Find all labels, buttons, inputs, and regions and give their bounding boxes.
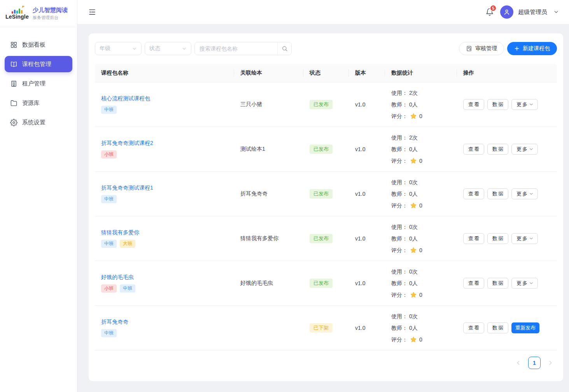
linked-book-cell: 猜猜我有多爱你 xyxy=(234,216,303,261)
lesingle-logo-icon: LeSingle xyxy=(5,7,29,20)
col-actions: 操作 xyxy=(457,64,557,82)
data-button[interactable]: 数据 xyxy=(487,144,508,155)
package-name-cell: 折耳兔奇奇测试课程2小班 xyxy=(95,127,234,171)
building-icon xyxy=(10,80,18,87)
status-select-placeholder: 状态 xyxy=(149,45,160,52)
teacher-stat: 教师：0人 xyxy=(391,233,418,244)
col-stats: 数据统计 xyxy=(385,64,457,82)
star-icon xyxy=(410,291,417,298)
stats-cell: 使用：0次教师：0人评分：0 xyxy=(385,172,457,216)
rating-stat: 评分：0 xyxy=(391,289,422,301)
view-button[interactable]: 查看 xyxy=(463,188,484,199)
more-button[interactable]: 更多 xyxy=(511,278,538,289)
brand-subtitle: 服务管理后台 xyxy=(33,15,68,21)
rating-stat: 评分：0 xyxy=(391,110,422,122)
usage-stat: 使用：2次 xyxy=(391,87,418,99)
grade-tag: 中班 xyxy=(101,240,117,248)
status-select[interactable]: 状态 xyxy=(145,42,191,55)
review-manage-button[interactable]: 审核管理 xyxy=(459,42,504,55)
folder-icon xyxy=(10,99,18,107)
version-cell: v1.0 xyxy=(349,306,385,350)
more-button[interactable]: 更多 xyxy=(511,233,538,244)
data-button[interactable]: 数据 xyxy=(487,188,508,199)
package-name-link[interactable]: 折耳兔奇奇测试课程2 xyxy=(101,140,153,147)
more-button[interactable]: 更多 xyxy=(511,99,538,110)
version-cell: v1.0 xyxy=(349,216,385,261)
user-icon xyxy=(503,9,510,16)
view-button[interactable]: 查看 xyxy=(463,322,484,333)
search-icon xyxy=(282,45,288,52)
table-row: 猜猜我有多爱你中班大班猜猜我有多爱你已发布v1.0使用：0次教师：0人评分：0查… xyxy=(95,216,557,261)
view-button[interactable]: 查看 xyxy=(463,278,484,289)
status-badge: 已发布 xyxy=(310,189,333,199)
teacher-stat: 教师：0人 xyxy=(391,143,418,155)
chevron-down-icon xyxy=(132,46,137,51)
view-button[interactable]: 查看 xyxy=(463,233,484,244)
package-name-link[interactable]: 猜猜我有多爱你 xyxy=(101,229,139,236)
data-button[interactable]: 数据 xyxy=(487,233,508,244)
package-name-cell: 折耳兔奇奇中班 xyxy=(95,306,234,350)
book-icon xyxy=(10,61,18,68)
package-name-link[interactable]: 核心流程测试课程包 xyxy=(101,95,150,102)
sidebar-item-4[interactable]: 系统设置 xyxy=(5,114,72,131)
topbar: 5 超级管理员 xyxy=(77,0,569,24)
sidebar-item-0[interactable]: 数据看板 xyxy=(5,37,72,53)
sidebar-item-label: 资源库 xyxy=(22,99,40,107)
more-button[interactable]: 更多 xyxy=(511,144,538,155)
data-button[interactable]: 数据 xyxy=(487,99,508,110)
data-button[interactable]: 数据 xyxy=(487,322,508,333)
notification-bell[interactable]: 5 xyxy=(485,8,494,16)
grade-tag: 小班 xyxy=(101,150,117,159)
view-button[interactable]: 查看 xyxy=(463,99,484,110)
sidebar-collapse-icon[interactable] xyxy=(88,8,96,16)
package-name-cell: 好饿的毛毛虫小班中班 xyxy=(95,261,234,305)
more-button[interactable]: 更多 xyxy=(511,188,538,199)
data-button[interactable]: 数据 xyxy=(487,278,508,289)
package-name-link[interactable]: 折耳兔奇奇 xyxy=(101,319,128,326)
package-name-link[interactable]: 折耳兔奇奇测试课程1 xyxy=(101,185,153,192)
actions-cell: 查看数据更多 xyxy=(457,172,557,216)
sidebar-item-1[interactable]: 课程包管理 xyxy=(5,56,72,72)
grade-tag: 中班 xyxy=(101,195,117,203)
create-package-button[interactable]: 新建课程包 xyxy=(507,42,557,55)
table-row: 折耳兔奇奇测试课程2小班测试绘本1已发布v1.0使用：2次教师：0人评分：0查看… xyxy=(95,127,557,172)
table-row: 折耳兔奇奇测试课程1中班折耳兔奇奇已发布v1.0使用：0次教师：0人评分：0查看… xyxy=(95,172,557,216)
table-body: 核心流程测试课程包中班三只小猪已发布v1.0使用：2次教师：0人评分：0查看数据… xyxy=(95,82,557,350)
sidebar-item-2[interactable]: 租户管理 xyxy=(5,75,72,92)
republish-button[interactable]: 重新发布 xyxy=(511,322,539,333)
teacher-stat: 教师：0人 xyxy=(391,188,418,200)
view-button[interactable]: 查看 xyxy=(463,144,484,155)
pagination-page-1[interactable]: 1 xyxy=(528,357,541,369)
status-cell: 已发布 xyxy=(303,216,349,261)
grade-tag: 中班 xyxy=(120,284,135,293)
avatar[interactable] xyxy=(500,5,513,19)
sidebar-item-3[interactable]: 资源库 xyxy=(5,95,72,111)
create-package-label: 新建课程包 xyxy=(523,45,550,52)
user-menu-chevron-down-icon[interactable] xyxy=(553,9,559,15)
pagination: 1 xyxy=(95,350,557,375)
user-name: 超级管理员 xyxy=(518,9,547,16)
pagination-prev-icon[interactable] xyxy=(516,360,521,366)
version-cell: v1.0 xyxy=(349,261,385,305)
linked-book-cell: 测试绘本1 xyxy=(234,127,303,171)
logo-text: LeSingle xyxy=(5,14,29,20)
package-name-link[interactable]: 好饿的毛毛虫 xyxy=(101,274,134,281)
search-input[interactable] xyxy=(195,42,277,55)
col-package-name: 课程包名称 xyxy=(95,64,234,82)
search-button[interactable] xyxy=(277,42,291,55)
version-cell: v1.0 xyxy=(349,82,385,127)
teacher-stat: 教师：0人 xyxy=(391,99,418,110)
linked-book-cell xyxy=(234,306,303,350)
chevron-down-icon xyxy=(529,192,534,196)
grade-tag: 小班 xyxy=(101,284,117,293)
grade-tag: 中班 xyxy=(101,329,117,337)
plus-icon xyxy=(514,46,520,51)
notification-badge: 5 xyxy=(490,5,497,12)
status-cell: 已发布 xyxy=(303,82,349,127)
version-cell: v1.0 xyxy=(349,127,385,171)
chevron-down-icon xyxy=(182,46,187,51)
sidebar-item-label: 系统设置 xyxy=(22,119,46,126)
rating-stat: 评分：0 xyxy=(391,334,422,345)
pagination-next-icon[interactable] xyxy=(548,360,553,366)
grade-select[interactable]: 年级 xyxy=(95,42,142,55)
